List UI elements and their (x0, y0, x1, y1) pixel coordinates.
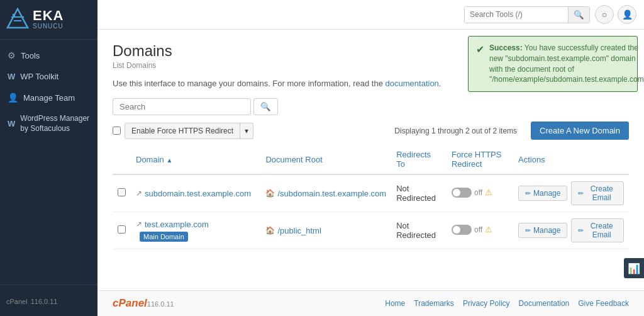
create-email-icon: ✏ (578, 189, 584, 198)
col-force-https[interactable]: Force HTTPS Redirect (447, 145, 513, 174)
topbar-icons: ○ 👤 (595, 5, 636, 24)
row1-checkbox-cell (113, 174, 131, 212)
domain-search-button[interactable]: 🔍 (253, 98, 278, 115)
manage-icon: ✏ (525, 189, 531, 198)
row1-manage-button[interactable]: ✏ Manage (518, 186, 567, 201)
row1-actions: ✏ Manage ✏ Create Email (518, 181, 624, 205)
search-tools-wrap: 🔍 (464, 6, 590, 23)
enable-https-button[interactable]: Enable Force HTTPS Redirect (125, 123, 240, 139)
create-email-icon: ✏ (578, 227, 584, 235)
row2-docroot-cell: 🏠 /public_html (260, 212, 391, 249)
external-link-icon: ↗ (136, 220, 142, 229)
content-area: ✔ Success: You have successfully created… (97, 30, 644, 290)
toolbar-row: Enable Force HTTPS Redirect ▾ Displaying… (113, 121, 629, 140)
row1-https-toggle[interactable]: off ⚠ (452, 188, 492, 198)
search-tools-input[interactable] (465, 7, 568, 22)
footer-links: Home Trademarks Privacy Policy Documenta… (385, 299, 629, 308)
logo-text: EKA Sunucu (33, 9, 64, 30)
wordpress-manager-icon: W (8, 119, 15, 128)
sidebar-item-wp-toolkit[interactable]: W WP Toolkit (0, 66, 97, 87)
success-message: Success: You have successfully created t… (489, 43, 644, 85)
table-row: ↗ test.example.com Main Domain 🏠 /public… (113, 212, 629, 249)
row1-redirects-cell: Not Redirected (391, 174, 447, 212)
external-link-icon: ↗ (136, 189, 142, 198)
row2-domain-cell: ↗ test.example.com Main Domain (131, 212, 260, 249)
logo-eka: EKA (33, 9, 64, 23)
topbar: 🔍 ○ 👤 (97, 0, 644, 30)
toggle-track (452, 225, 472, 235)
table-row: ↗ subdomain.test.example.com 🏠 /subdomai… (113, 174, 629, 212)
row1-docroot-link[interactable]: 🏠 /subdomain.test.example.com (265, 189, 386, 198)
row1-docroot-cell: 🏠 /subdomain.test.example.com (260, 174, 391, 212)
select-all-checkbox[interactable] (113, 127, 121, 135)
cpanel-footer-logo: cPanel116.0.11 (113, 297, 174, 309)
domains-table: Domain Document Root Redirects To Force … (113, 145, 629, 249)
row1-create-email-button[interactable]: ✏ Create Email (571, 181, 624, 205)
svg-rect-1 (11, 16, 24, 18)
footer-privacy-link[interactable]: Privacy Policy (463, 299, 510, 308)
chart-fab-button[interactable]: 📊 (624, 258, 644, 278)
sidebar-item-label: Manage Team (23, 93, 75, 103)
row2-https-cell: off ⚠ (447, 212, 513, 249)
col-actions: Actions (513, 145, 629, 174)
sidebar-nav: ⚙ Tools W WP Toolkit 👤 Manage Team W Wor… (0, 40, 97, 285)
row2-actions-cell: ✏ Manage ✏ Create Email (513, 212, 629, 249)
row2-https-toggle[interactable]: off ⚠ (452, 225, 492, 235)
main-content: 🔍 ○ 👤 ✔ Success: You have successfully c… (97, 0, 644, 316)
sidebar: EKA Sunucu ⚙ Tools W WP Toolkit 👤 Manage… (0, 0, 97, 316)
user-circle-icon[interactable]: ○ (595, 5, 614, 24)
warning-icon: ⚠ (485, 188, 492, 197)
wp-toolkit-icon: W (8, 72, 15, 81)
manage-team-icon: 👤 (8, 93, 18, 103)
row2-checkbox-cell (113, 212, 131, 249)
sidebar-item-wordpress-manager[interactable]: W WordPress Manager by Softaculous (0, 108, 97, 139)
footer-trademarks-link[interactable]: Trademarks (414, 299, 454, 308)
row2-create-email-button[interactable]: ✏ Create Email (571, 218, 624, 242)
row1-https-cell: off ⚠ (447, 174, 513, 212)
create-domain-button[interactable]: Create A New Domain (531, 121, 629, 140)
row2-checkbox[interactable] (118, 225, 126, 234)
toolbar-left: Enable Force HTTPS Redirect ▾ (113, 123, 253, 139)
col-redirects-to[interactable]: Redirects To (391, 145, 447, 174)
domain-search-input[interactable] (113, 98, 251, 115)
displaying-text: Displaying 1 through 2 out of 2 items (394, 127, 517, 135)
home-icon: 🏠 (265, 189, 275, 198)
main-domain-badge: Main Domain (140, 232, 188, 242)
https-dropdown-button[interactable]: ▾ (240, 123, 253, 139)
row2-docroot-link[interactable]: 🏠 /public_html (265, 226, 386, 235)
row1-actions-cell: ✏ Manage ✏ Create Email (513, 174, 629, 212)
toggle-track (452, 188, 472, 198)
footer-bar: cPanel116.0.11 Home Trademarks Privacy P… (97, 290, 644, 316)
eka-logo-icon (6, 8, 29, 30)
cpanel-logo: cPanel 116.0.11 (6, 294, 57, 307)
sidebar-item-tools[interactable]: ⚙ Tools (0, 45, 97, 66)
success-check-icon: ✔ (476, 43, 484, 55)
footer-home-link[interactable]: Home (385, 299, 405, 308)
row2-actions: ✏ Manage ✏ Create Email (518, 218, 624, 242)
home-icon: 🏠 (265, 226, 275, 235)
footer-documentation-link[interactable]: Documentation (519, 299, 570, 308)
warning-icon: ⚠ (485, 225, 492, 234)
sidebar-logo: EKA Sunucu (0, 0, 97, 40)
logo-sunucu: Sunucu (33, 23, 64, 30)
row1-domain-cell: ↗ subdomain.test.example.com (131, 174, 260, 212)
row2-redirects-cell: Not Redirected (391, 212, 447, 249)
documentation-link[interactable]: documentation (386, 79, 439, 88)
row2-domain-link[interactable]: ↗ test.example.com (136, 220, 209, 229)
sidebar-item-manage-team[interactable]: 👤 Manage Team (0, 87, 97, 108)
row1-domain-link[interactable]: ↗ subdomain.test.example.com (136, 189, 255, 198)
sidebar-footer: cPanel 116.0.11 (0, 285, 97, 316)
row2-manage-button[interactable]: ✏ Manage (518, 223, 567, 238)
footer-feedback-link[interactable]: Give Feedback (578, 299, 629, 308)
sidebar-item-label: Tools (21, 51, 40, 60)
manage-icon: ✏ (525, 227, 531, 235)
user-account-icon[interactable]: 👤 (618, 5, 636, 24)
footer-logo: cPanel116.0.11 (113, 297, 174, 310)
svg-marker-0 (8, 9, 28, 28)
col-domain[interactable]: Domain (131, 145, 260, 174)
success-notification: ✔ Success: You have successfully created… (468, 36, 638, 92)
svg-rect-3 (13, 14, 15, 16)
row1-checkbox[interactable] (118, 188, 126, 196)
col-doc-root[interactable]: Document Root (260, 145, 391, 174)
search-tools-button[interactable]: 🔍 (568, 7, 589, 23)
